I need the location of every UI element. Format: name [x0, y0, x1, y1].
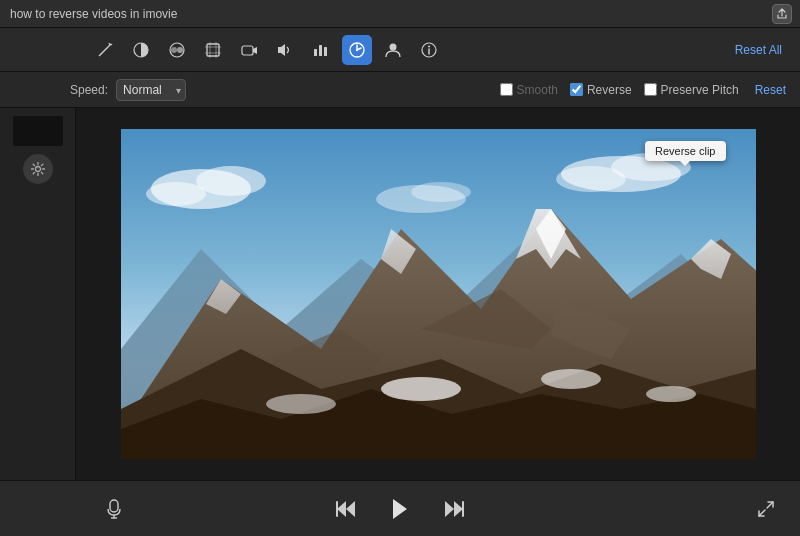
svg-point-6: [171, 47, 177, 53]
speed-reset-button[interactable]: Reset: [751, 83, 790, 97]
svg-rect-8: [207, 44, 219, 56]
share-icon: [776, 8, 788, 20]
svg-marker-55: [346, 501, 355, 517]
skip-back-button[interactable]: [330, 493, 362, 525]
skip-forward-button[interactable]: [438, 493, 470, 525]
toolbar: Reset All: [0, 28, 800, 72]
volume-tool[interactable]: [270, 35, 300, 65]
svg-marker-59: [445, 501, 454, 517]
reverse-label[interactable]: Reverse: [587, 83, 632, 97]
svg-point-24: [428, 45, 430, 47]
reverse-checkbox[interactable]: [570, 83, 583, 96]
microphone-button[interactable]: [100, 495, 128, 523]
smooth-label[interactable]: Smooth: [517, 83, 558, 97]
toolbar-right: Reset All: [727, 39, 790, 61]
preserve-pitch-checkbox[interactable]: [644, 83, 657, 96]
svg-point-50: [646, 386, 696, 402]
color-correction-icon: [168, 41, 186, 59]
reset-all-button[interactable]: Reset All: [727, 39, 790, 61]
svg-rect-56: [336, 501, 338, 517]
svg-point-28: [196, 166, 266, 196]
svg-point-20: [356, 48, 358, 50]
main-area: Reverse clip: [0, 108, 800, 480]
svg-line-0: [99, 47, 108, 56]
svg-point-25: [35, 167, 40, 172]
sidebar-gear-button[interactable]: [23, 154, 53, 184]
svg-line-61: [767, 502, 773, 508]
svg-rect-16: [314, 49, 317, 56]
svg-line-62: [759, 510, 765, 516]
character-icon: [384, 41, 402, 59]
reverse-group: Reverse: [570, 83, 632, 97]
gear-icon: [31, 162, 45, 176]
speed-select-wrapper: Normal Slow Fast Custom: [116, 79, 186, 101]
svg-rect-18: [324, 47, 327, 56]
window-title: how to reverse videos in imovie: [10, 7, 177, 21]
svg-rect-17: [319, 45, 322, 56]
color-balance-tool[interactable]: [126, 35, 156, 65]
color-balance-icon: [132, 41, 150, 59]
svg-point-48: [541, 369, 601, 389]
sidebar: [0, 108, 76, 480]
speed-label: Speed:: [70, 83, 108, 97]
speed-controls-left: Speed: Normal Slow Fast Custom: [70, 79, 186, 101]
svg-marker-57: [393, 499, 407, 519]
magic-wand-tool[interactable]: [90, 35, 120, 65]
speed-icon: [348, 41, 366, 59]
info-tool[interactable]: [414, 35, 444, 65]
toolbar-tools: [90, 35, 444, 65]
expand-icon: [757, 500, 775, 518]
preserve-pitch-label[interactable]: Preserve Pitch: [661, 83, 739, 97]
svg-line-2: [109, 43, 110, 45]
title-bar: how to reverse videos in imovie: [0, 0, 800, 28]
svg-point-7: [177, 47, 183, 53]
svg-point-34: [411, 182, 471, 202]
svg-rect-51: [110, 500, 118, 512]
preserve-pitch-group: Preserve Pitch: [644, 83, 739, 97]
stabilization-tool[interactable]: [234, 35, 264, 65]
video-area: Reverse clip: [76, 108, 800, 480]
character-tool[interactable]: [378, 35, 408, 65]
bottom-controls: [0, 480, 800, 536]
crop-tool[interactable]: [198, 35, 228, 65]
equalizer-tool[interactable]: [306, 35, 336, 65]
share-button[interactable]: [772, 4, 792, 24]
playback-controls: [330, 491, 470, 527]
svg-point-49: [266, 394, 336, 414]
magic-wand-icon: [96, 41, 114, 59]
sidebar-thumbnail: [13, 116, 63, 146]
controls-right: [752, 495, 780, 523]
svg-rect-13: [242, 46, 253, 55]
smooth-group: Smooth: [500, 83, 558, 97]
video-frame: Reverse clip: [121, 129, 756, 459]
svg-marker-15: [278, 44, 285, 56]
info-icon: [420, 41, 438, 59]
speed-bar: Speed: Normal Slow Fast Custom Smooth Re…: [0, 72, 800, 108]
svg-marker-54: [337, 501, 346, 517]
svg-marker-58: [454, 501, 463, 517]
volume-icon: [276, 41, 294, 59]
svg-line-3: [111, 44, 112, 45]
svg-point-29: [146, 182, 206, 206]
svg-rect-60: [462, 501, 464, 517]
camera-stabilization-icon: [240, 41, 258, 59]
controls-left: [100, 495, 128, 523]
svg-point-47: [381, 377, 461, 401]
svg-point-32: [556, 166, 626, 192]
speed-tool[interactable]: [342, 35, 372, 65]
skip-forward-icon: [443, 499, 465, 519]
speed-controls-right: Smooth Reverse Preserve Pitch Reset: [500, 83, 790, 97]
smooth-checkbox[interactable]: [500, 83, 513, 96]
svg-marker-14: [253, 47, 257, 54]
svg-point-21: [390, 43, 397, 50]
crop-icon: [204, 41, 222, 59]
play-button[interactable]: [382, 491, 418, 527]
skip-back-icon: [335, 499, 357, 519]
microphone-icon: [106, 499, 122, 519]
color-correction-tool[interactable]: [162, 35, 192, 65]
video-content: [121, 129, 756, 459]
play-icon: [388, 497, 412, 521]
expand-button[interactable]: [752, 495, 780, 523]
equalizer-icon: [312, 41, 330, 59]
speed-select[interactable]: Normal Slow Fast Custom: [116, 79, 186, 101]
